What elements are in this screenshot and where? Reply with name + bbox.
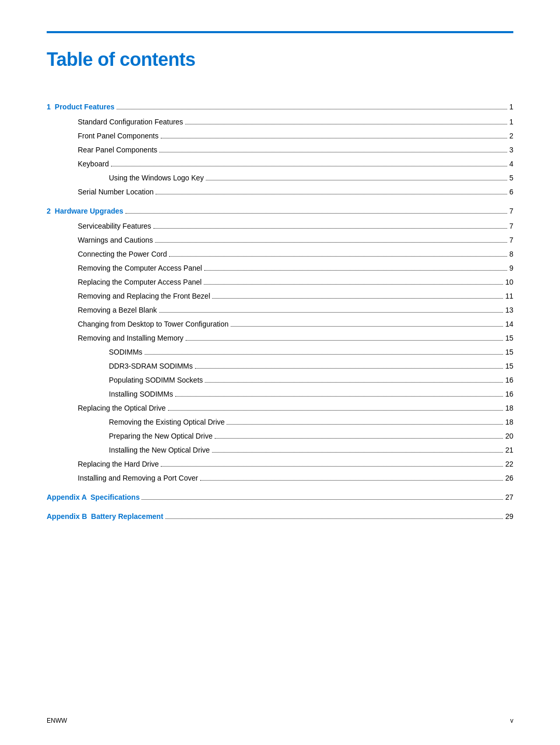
- toc-page: 3: [509, 145, 513, 156]
- toc-entry-optical-drive[interactable]: Replacing the Optical Drive 18: [47, 403, 513, 414]
- toc-entry-standard-config[interactable]: Standard Configuration Features 1: [47, 117, 513, 128]
- toc-dots: [169, 256, 507, 257]
- toc-text: Replacing the Optical Drive: [78, 403, 166, 414]
- toc-entry-populate-sodimm[interactable]: Populating SODIMM Sockets 16: [47, 375, 513, 386]
- toc-entry-serial-number[interactable]: Serial Number Location 6: [47, 187, 513, 198]
- toc-section-1-page: 1: [509, 102, 513, 113]
- toc-entry-warnings[interactable]: Warnings and Cautions 7: [47, 235, 513, 246]
- toc-text: Preparing the New Optical Drive: [109, 431, 213, 442]
- toc-page: 4: [509, 159, 513, 170]
- toc-dots: [145, 354, 503, 355]
- toc-dots: [205, 382, 503, 383]
- toc-text: Populating SODIMM Sockets: [109, 375, 203, 386]
- toc-container: 1 Product Features 1 Standard Configurat…: [47, 102, 513, 522]
- footer: ENWW v: [47, 717, 513, 724]
- toc-text: Removing and Replacing the Front Bezel: [78, 291, 210, 302]
- toc-entry-remove-optical-drive[interactable]: Removing the Existing Optical Drive 18: [47, 417, 513, 428]
- toc-page: 15: [505, 361, 513, 372]
- toc-dots: [153, 228, 508, 229]
- top-border: [47, 31, 513, 33]
- toc-text: Removing the Existing Optical Drive: [109, 417, 225, 428]
- toc-entry-keyboard[interactable]: Keyboard 4: [47, 159, 513, 170]
- toc-page: 15: [505, 347, 513, 358]
- toc-dots: [161, 466, 503, 467]
- toc-appendix-a-heading[interactable]: Appendix A Specifications 27: [47, 492, 513, 503]
- toc-section-1-heading[interactable]: 1 Product Features 1: [47, 102, 513, 113]
- toc-entry-rear-panel[interactable]: Rear Panel Components 3: [47, 145, 513, 156]
- toc-appendix-b-heading[interactable]: Appendix B Battery Replacement 29: [47, 511, 513, 522]
- toc-text: SODIMMs: [109, 347, 143, 358]
- toc-page: 7: [509, 235, 513, 246]
- toc-page: 15: [505, 333, 513, 344]
- toc-dots: [142, 499, 503, 500]
- toc-text: DDR3-SDRAM SODIMMs: [109, 361, 193, 372]
- toc-page: 8: [509, 249, 513, 260]
- toc-text: Standard Configuration Features: [78, 117, 183, 128]
- toc-section-2-page: 7: [509, 206, 513, 217]
- toc-dots: [155, 242, 507, 243]
- toc-dots: [186, 340, 503, 341]
- toc-entry-ddr3-sodimms[interactable]: DDR3-SDRAM SODIMMs 15: [47, 361, 513, 372]
- toc-text: Removing and Installing Memory: [78, 333, 184, 344]
- toc-appendix-a-page: 27: [505, 492, 513, 503]
- toc-entry-replace-access-panel[interactable]: Replacing the Computer Access Panel 10: [47, 277, 513, 288]
- toc-page: 18: [505, 403, 513, 414]
- toc-dots: [206, 180, 507, 180]
- toc-text: Changing from Desktop to Tower Configura…: [78, 319, 229, 330]
- toc-entry-power-cord[interactable]: Connecting the Power Cord 8: [47, 249, 513, 260]
- toc-text: Serial Number Location: [78, 187, 153, 198]
- toc-dots: [175, 396, 503, 397]
- toc-text: Keyboard: [78, 159, 109, 170]
- toc-text: Using the Windows Logo Key: [109, 173, 204, 184]
- toc-text: Rear Panel Components: [78, 145, 157, 156]
- toc-section-2-heading[interactable]: 2 Hardware Upgrades 7: [47, 206, 513, 217]
- toc-dots: [165, 518, 503, 519]
- toc-dots: [204, 284, 503, 285]
- toc-appendix-b-page: 29: [505, 511, 513, 522]
- toc-entry-serviceability[interactable]: Serviceability Features 7: [47, 221, 513, 232]
- footer-right: v: [510, 717, 513, 724]
- toc-text: Warnings and Cautions: [78, 235, 153, 246]
- toc-entry-memory[interactable]: Removing and Installing Memory 15: [47, 333, 513, 344]
- toc-dots: [159, 312, 503, 313]
- toc-dots: [212, 298, 503, 299]
- toc-dots: [125, 213, 507, 214]
- toc-entry-sodimms[interactable]: SODIMMs 15: [47, 347, 513, 358]
- toc-page: 13: [505, 305, 513, 316]
- toc-page: 26: [505, 473, 513, 484]
- toc-dots: [161, 138, 508, 138]
- toc-entry-install-sodimms[interactable]: Installing SODIMMs 16: [47, 389, 513, 400]
- toc-page: 7: [509, 221, 513, 232]
- toc-dots: [185, 124, 507, 124]
- toc-page: 9: [509, 263, 513, 274]
- toc-dots: [117, 109, 508, 109]
- toc-dots: [212, 452, 503, 453]
- toc-dots: [200, 480, 503, 481]
- toc-entry-windows-logo[interactable]: Using the Windows Logo Key 5: [47, 173, 513, 184]
- toc-entry-bezel-blank[interactable]: Removing a Bezel Blank 13: [47, 305, 513, 316]
- toc-dots: [168, 410, 503, 411]
- page-title: Table of contents: [47, 49, 513, 71]
- toc-dots: [159, 152, 507, 152]
- toc-entry-front-panel[interactable]: Front Panel Components 2: [47, 131, 513, 142]
- toc-dots: [156, 194, 507, 194]
- toc-entry-remove-access-panel[interactable]: Removing the Computer Access Panel 9: [47, 263, 513, 274]
- toc-page: 6: [509, 187, 513, 198]
- toc-entry-port-cover[interactable]: Installing and Removing a Port Cover 26: [47, 473, 513, 484]
- toc-dots: [195, 368, 503, 369]
- toc-page: 22: [505, 459, 513, 470]
- toc-dots: [215, 438, 503, 439]
- toc-entry-install-optical-drive[interactable]: Installing the New Optical Drive 21: [47, 445, 513, 456]
- toc-dots: [111, 166, 507, 166]
- toc-page: 5: [509, 173, 513, 184]
- toc-text: Front Panel Components: [78, 131, 159, 142]
- toc-text: Serviceability Features: [78, 221, 151, 232]
- toc-entry-front-bezel[interactable]: Removing and Replacing the Front Bezel 1…: [47, 291, 513, 302]
- toc-text: Removing the Computer Access Panel: [78, 263, 202, 274]
- toc-page: 16: [505, 389, 513, 400]
- toc-entry-prepare-optical-drive[interactable]: Preparing the New Optical Drive 20: [47, 431, 513, 442]
- toc-entry-tower-config[interactable]: Changing from Desktop to Tower Configura…: [47, 319, 513, 330]
- toc-entry-hard-drive[interactable]: Replacing the Hard Drive 22: [47, 459, 513, 470]
- toc-dots: [227, 424, 503, 425]
- toc-page: 16: [505, 375, 513, 386]
